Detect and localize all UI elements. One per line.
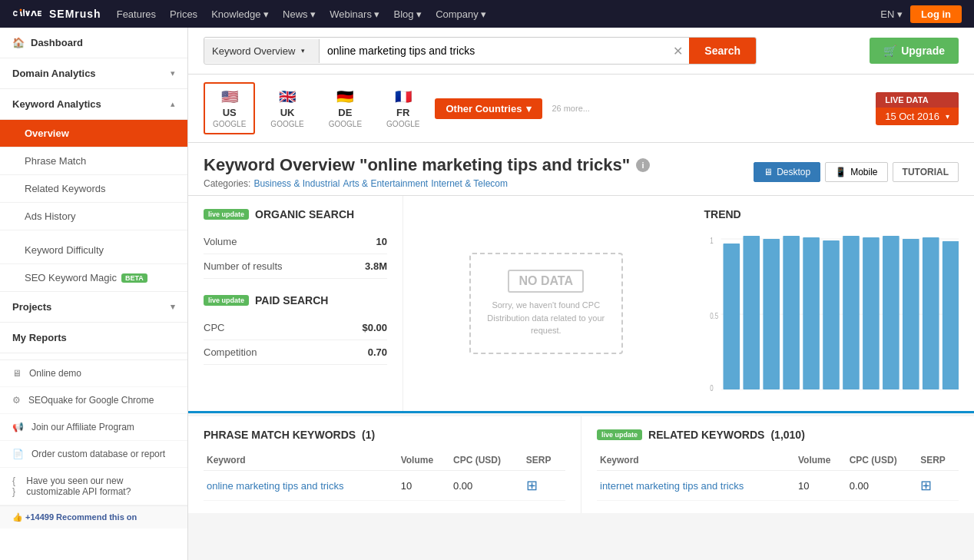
- recommend-bar[interactable]: 👍 +14499 Recommend this on: [0, 505, 187, 529]
- sidebar-domain-analytics[interactable]: Domain Analytics ▾: [0, 58, 187, 89]
- sidebar: 🏠 Dashboard Domain Analytics ▾ Keyword A…: [0, 28, 188, 560]
- nav-company[interactable]: Company ▾: [436, 8, 486, 20]
- sidebar-tool-seoquake[interactable]: ⚙ SEOquake for Google Chrome: [0, 387, 187, 414]
- sidebar-keyword-analytics-header[interactable]: Keyword Analytics ▴: [0, 89, 187, 120]
- sidebar-tools-section: 🖥 Online demo ⚙ SEOquake for Google Chro…: [0, 360, 187, 505]
- keyword-link-related[interactable]: internet marketing tips and tricks: [600, 480, 744, 492]
- sidebar-tool-custom-db[interactable]: 📄 Order custom database or report: [0, 441, 187, 468]
- svg-rect-8: [723, 244, 740, 389]
- svg-rect-15: [863, 237, 880, 389]
- sidebar-item-dashboard[interactable]: 🏠 Dashboard: [0, 28, 187, 58]
- paid-search-title: live update PAID SEARCH: [204, 294, 387, 307]
- mobile-icon: 📱: [835, 167, 846, 177]
- page-header: Keyword Overview "online marketing tips …: [188, 143, 974, 196]
- sidebar-tool-online-demo[interactable]: 🖥 Online demo: [0, 360, 187, 387]
- sidebar-item-related-keywords[interactable]: Related Keywords: [0, 175, 187, 203]
- cpc-cell: 0.00: [450, 471, 523, 501]
- related-keywords-count: (1,010): [770, 429, 804, 441]
- tool-label-seoquake: SEOquake for Google Chrome: [28, 395, 154, 406]
- search-clear-button[interactable]: ✕: [667, 44, 689, 58]
- nav-blog[interactable]: Blog ▾: [394, 8, 422, 20]
- col-cpc: CPC (USD): [450, 450, 523, 471]
- country-uk[interactable]: 🇬🇧 UK GOOGLE: [261, 82, 313, 134]
- svg-rect-19: [942, 241, 959, 389]
- sidebar-item-my-reports[interactable]: My Reports: [0, 323, 187, 353]
- language-selector[interactable]: EN ▾: [880, 8, 903, 20]
- sidebar-tool-api[interactable]: { } Have you seen our new customizable A…: [0, 468, 187, 505]
- mobile-label: Mobile: [850, 167, 877, 177]
- sidebar-item-keyword-difficulty[interactable]: Keyword Difficulty: [0, 237, 187, 264]
- engine-de: GOOGLE: [329, 120, 362, 128]
- svg-rect-17: [902, 239, 919, 389]
- desktop-view-button[interactable]: 🖥 Desktop: [754, 162, 820, 182]
- search-button[interactable]: Search: [689, 38, 756, 64]
- login-button[interactable]: Log in: [910, 5, 962, 23]
- live-update-badge-paid: live update: [204, 295, 249, 306]
- monitor-icon: 🖥: [12, 368, 22, 379]
- phrase-match-label: PHRASE MATCH KEYWORDS: [204, 429, 356, 441]
- nav-features[interactable]: Features: [117, 8, 156, 20]
- code-uk: UK: [280, 107, 295, 118]
- search-type-dropdown[interactable]: Keyword Overview ▾: [204, 39, 320, 63]
- trend-title: TREND: [704, 208, 959, 220]
- country-fr[interactable]: 🇫🇷 FR GOOGLE: [377, 82, 429, 134]
- category-internet[interactable]: Internet & Telecom: [431, 178, 508, 189]
- engine-uk: GOOGLE: [270, 120, 303, 128]
- megaphone-icon: 📢: [12, 422, 24, 432]
- organic-search-label: ORGANIC SEARCH: [255, 208, 354, 220]
- nav-prices[interactable]: Prices: [170, 8, 197, 20]
- main-content: Keyword Overview ▾ ✕ Search 🛒 Upgrade 🇺🇸…: [188, 28, 974, 560]
- trend-chart: 1 0.5 0: [704, 230, 959, 399]
- sidebar-phrase-match-label: Phrase Match: [25, 155, 86, 167]
- related-keywords-panel: live update RELATED KEYWORDS (1,010) Key…: [581, 416, 974, 513]
- sidebar-item-phrase-match[interactable]: Phrase Match: [0, 147, 187, 175]
- svg-rect-10: [763, 239, 780, 389]
- volume-cell: 10: [398, 471, 450, 501]
- volume-row: Volume 10: [204, 230, 387, 254]
- category-business[interactable]: Business & Industrial: [253, 178, 340, 189]
- cpc-distribution-panel: NO DATA Sorry, we haven't found CPC Dist…: [403, 196, 689, 411]
- category-arts[interactable]: Arts & Entertainment: [343, 178, 428, 189]
- sidebar-item-overview[interactable]: Overview: [0, 120, 187, 147]
- keyword-link[interactable]: online marketing tips and tricks: [207, 480, 343, 492]
- other-countries-button[interactable]: Other Countries ▾: [435, 98, 542, 119]
- nav-right: EN ▾ Log in: [880, 5, 962, 23]
- svg-rect-14: [843, 236, 860, 389]
- search-input[interactable]: [320, 38, 667, 63]
- sidebar-projects-label: Projects: [12, 301, 51, 313]
- sidebar-dashboard-label: Dashboard: [31, 37, 83, 48]
- logo[interactable]: SEMrush: [12, 5, 101, 22]
- svg-text:1: 1: [710, 236, 713, 246]
- col-volume-r: Volume: [795, 450, 846, 471]
- country-us[interactable]: 🇺🇸 US GOOGLE: [204, 82, 255, 134]
- results-value: 3.8M: [365, 260, 387, 272]
- sidebar-overview-label: Overview: [25, 128, 69, 139]
- sidebar-tool-affiliate[interactable]: 📢 Join our Affiliate Program: [0, 414, 187, 441]
- data-panels-row: live update ORGANIC SEARCH Volume 10 Num…: [188, 196, 974, 413]
- cpc-label: CPC: [204, 322, 224, 333]
- live-data-selector[interactable]: LIVE DATA 15 Oct 2016 ▾: [876, 92, 959, 125]
- nav-left: SEMrush Features Prices Knowledge ▾ News…: [12, 5, 486, 22]
- tutorial-button[interactable]: TUTORIAL: [893, 162, 959, 182]
- cart-icon: 🛒: [883, 45, 896, 57]
- nav-knowledge[interactable]: Knowledge ▾: [211, 8, 269, 20]
- mobile-view-button[interactable]: 📱 Mobile: [825, 162, 887, 182]
- sidebar-item-seo-keyword-magic[interactable]: SEO Keyword Magic BETA: [0, 264, 187, 292]
- serp-icon-related[interactable]: ⊞: [920, 478, 932, 493]
- nav-webinars[interactable]: Webinars ▾: [330, 8, 379, 20]
- phrase-match-table: Keyword Volume CPC (USD) SERP online mar…: [204, 450, 565, 501]
- nav-news[interactable]: News ▾: [283, 8, 316, 20]
- related-keywords-title: live update RELATED KEYWORDS (1,010): [597, 429, 959, 441]
- info-icon[interactable]: i: [636, 158, 650, 172]
- sidebar-item-projects[interactable]: Projects ▾: [0, 292, 187, 323]
- country-de[interactable]: 🇩🇪 DE GOOGLE: [320, 82, 371, 134]
- phrase-match-title: PHRASE MATCH KEYWORDS (1): [204, 429, 565, 441]
- svg-rect-11: [783, 236, 800, 389]
- serp-icon[interactable]: ⊞: [526, 478, 538, 493]
- upgrade-button[interactable]: 🛒 Upgrade: [870, 38, 959, 64]
- live-update-badge: live update: [204, 209, 249, 220]
- sidebar-item-ads-history[interactable]: Ads History: [0, 203, 187, 230]
- tool-label-affiliate: Join our Affiliate Program: [31, 422, 134, 432]
- trend-panel: TREND 1 0.5 0: [689, 196, 975, 411]
- app-layout: 🏠 Dashboard Domain Analytics ▾ Keyword A…: [0, 28, 974, 560]
